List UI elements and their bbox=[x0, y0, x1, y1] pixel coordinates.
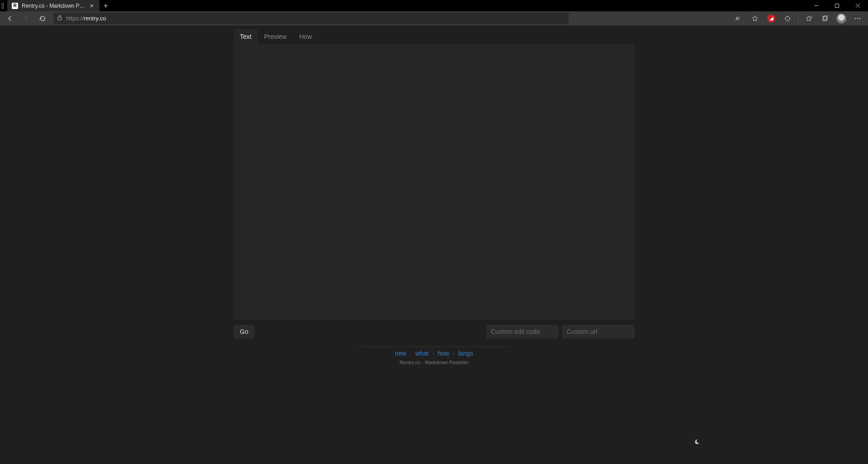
browser-tab[interactable]: R Rentry.co - Markdown Pastebin ✕ bbox=[7, 0, 99, 11]
markdown-editor[interactable] bbox=[234, 44, 635, 319]
browser-toolbar: https://rentry.co A⁾ ◢ bbox=[0, 11, 868, 26]
forward-button bbox=[19, 12, 33, 25]
collections-icon[interactable] bbox=[817, 12, 833, 25]
toolbar-separator bbox=[798, 14, 798, 23]
extension-badge-icon[interactable]: ◢ bbox=[764, 12, 779, 25]
svg-text:A⁾: A⁾ bbox=[736, 16, 740, 21]
close-tab-icon[interactable]: ✕ bbox=[89, 3, 95, 9]
back-button[interactable] bbox=[3, 12, 17, 25]
footer-links: new · what · how · langs bbox=[234, 350, 635, 357]
window-titlebar: R Rentry.co - Markdown Pastebin ✕ + bbox=[0, 0, 868, 11]
favorite-star-icon[interactable] bbox=[747, 12, 763, 25]
tab-how[interactable]: How bbox=[293, 29, 318, 44]
action-row: Go bbox=[234, 325, 635, 338]
profile-avatar[interactable] bbox=[834, 12, 849, 25]
svg-point-12 bbox=[857, 18, 858, 19]
window-minimize-button[interactable] bbox=[806, 0, 826, 11]
tab-text[interactable]: Text bbox=[234, 29, 258, 44]
new-tab-button[interactable]: + bbox=[99, 0, 112, 11]
footer-link-what[interactable]: what bbox=[415, 350, 429, 357]
svg-point-13 bbox=[859, 18, 860, 19]
svg-rect-4 bbox=[58, 17, 61, 20]
footer-tagline: Rentry.co - Markdown Pastebin bbox=[234, 360, 635, 365]
url-text: https://rentry.co bbox=[66, 15, 106, 22]
site-favicon: R bbox=[12, 3, 18, 9]
footer-dot: · bbox=[410, 350, 412, 357]
address-bar[interactable]: https://rentry.co bbox=[53, 13, 569, 24]
window-maximize-button[interactable] bbox=[826, 0, 847, 11]
svg-point-11 bbox=[855, 18, 856, 19]
edit-code-input[interactable] bbox=[486, 325, 559, 338]
url-host: rentry.co bbox=[84, 15, 106, 22]
page-body: Text Preview How Go new · what · how · l… bbox=[0, 26, 868, 464]
svg-rect-1 bbox=[835, 4, 839, 8]
extensions-icon[interactable] bbox=[780, 12, 795, 25]
window-close-button[interactable] bbox=[847, 0, 868, 11]
refresh-button[interactable] bbox=[35, 12, 50, 25]
lock-icon bbox=[57, 14, 62, 22]
footer-link-new[interactable]: new bbox=[395, 350, 406, 357]
go-button[interactable]: Go bbox=[234, 325, 255, 338]
browser-tab-title: Rentry.co - Markdown Pastebin bbox=[22, 3, 85, 9]
tab-preview[interactable]: Preview bbox=[258, 29, 293, 44]
tab-actions-icon[interactable] bbox=[0, 0, 4, 11]
read-aloud-icon[interactable]: A⁾ bbox=[731, 12, 746, 25]
favorites-list-icon[interactable] bbox=[801, 12, 816, 25]
url-protocol: https:// bbox=[66, 15, 84, 22]
editor-tabs: Text Preview How bbox=[234, 29, 635, 44]
custom-url-input[interactable] bbox=[562, 325, 635, 338]
footer-separator bbox=[359, 347, 509, 347]
svg-rect-10 bbox=[824, 16, 827, 20]
more-menu-icon[interactable] bbox=[850, 12, 865, 25]
footer-link-langs[interactable]: langs bbox=[458, 350, 473, 357]
footer-dot: · bbox=[432, 350, 434, 357]
svg-rect-9 bbox=[823, 17, 826, 21]
theme-toggle-moon-icon[interactable] bbox=[694, 439, 702, 448]
footer-dot: · bbox=[453, 350, 454, 357]
footer-link-how[interactable]: how bbox=[438, 350, 449, 357]
